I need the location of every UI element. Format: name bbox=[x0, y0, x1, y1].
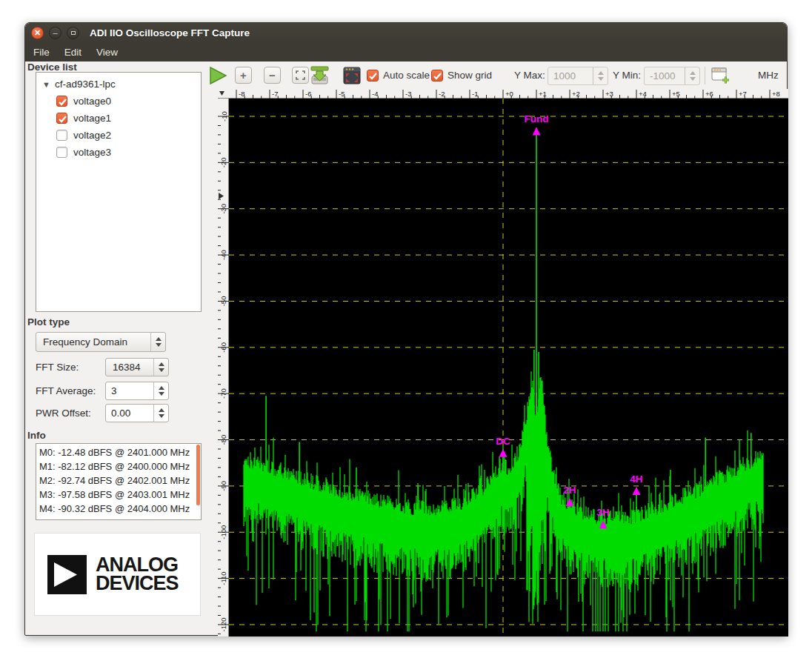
marker-label-3H: 3H bbox=[596, 507, 609, 518]
device-tree-root[interactable]: ▼ cf-ad9361-lpc bbox=[36, 76, 201, 93]
logo-line2: DEVICES bbox=[96, 574, 179, 593]
fft-average-label: FFT Average: bbox=[36, 385, 96, 396]
combo-arrows-icon[interactable] bbox=[150, 333, 165, 351]
auto-scale-label: Auto scale bbox=[383, 67, 430, 84]
svg-text:-2: -2 bbox=[439, 90, 445, 98]
marker-info-line: M4: -90.32 dBFS @ 2404.000 MHz bbox=[36, 502, 201, 516]
channel-row-voltage0[interactable]: voltage0 bbox=[36, 93, 201, 110]
app-window: ✕ – ADI IIO Oscilloscope FFT Capture Fil… bbox=[24, 22, 788, 636]
marker-info-line: M2: -92.74 dBFS @ 2402.001 MHz bbox=[36, 473, 201, 488]
marker-label-Fund: Fund bbox=[525, 113, 549, 124]
fft-average-spinner[interactable]: 3 bbox=[105, 382, 169, 400]
save-capture-button[interactable] bbox=[310, 66, 330, 85]
capture-play-button[interactable] bbox=[208, 66, 227, 85]
zoom-fit-button[interactable] bbox=[292, 67, 309, 84]
show-grid-checkbox[interactable]: Show grid bbox=[431, 67, 492, 84]
spin-arrows-icon[interactable] bbox=[153, 405, 168, 422]
plot-type-select[interactable]: Frequency Domain bbox=[36, 332, 166, 352]
svg-text:-4: -4 bbox=[372, 90, 378, 98]
svg-text:-40: -40 bbox=[220, 250, 228, 260]
svg-text:-80: -80 bbox=[220, 435, 228, 445]
svg-text:-8: -8 bbox=[239, 90, 244, 98]
show-grid-label: Show grid bbox=[447, 67, 492, 84]
marker-info-line: M1: -82.12 dBFS @ 2400.000 MHz bbox=[36, 459, 201, 473]
plot-toolbar: + − bbox=[207, 62, 788, 90]
spin-arrows-icon bbox=[685, 67, 699, 84]
minimize-icon[interactable]: – bbox=[49, 27, 61, 39]
window-title: ADI IIO Oscilloscope FFT Capture bbox=[90, 27, 250, 39]
svg-text:-5: -5 bbox=[339, 90, 345, 98]
svg-text:-1: -1 bbox=[472, 90, 478, 98]
device-list-label: Device list bbox=[27, 62, 77, 73]
y-min-value: -1000 bbox=[645, 70, 685, 82]
fft-size-select[interactable]: 16384 bbox=[105, 358, 169, 376]
channel-label: voltage1 bbox=[73, 113, 111, 124]
menu-view[interactable]: View bbox=[90, 44, 124, 60]
y-max-label: Y Max: bbox=[514, 67, 545, 84]
vertical-ruler: -10-20-30-40-50-60-70-80-90-100-110-120 bbox=[218, 99, 229, 637]
close-icon[interactable]: ✕ bbox=[31, 27, 44, 39]
svg-text:+5: +5 bbox=[672, 90, 680, 98]
svg-text:-100: -100 bbox=[220, 525, 228, 539]
zoom-fit-icon bbox=[296, 70, 305, 80]
scrollbar[interactable] bbox=[196, 445, 200, 505]
maximize-icon[interactable] bbox=[67, 27, 79, 39]
expander-icon[interactable]: ▼ bbox=[42, 80, 50, 89]
menu-file[interactable]: File bbox=[27, 44, 56, 60]
svg-text:+0: +0 bbox=[505, 90, 513, 98]
y-min-label: Y Min: bbox=[613, 67, 641, 84]
device-list[interactable]: ▼ cf-ad9361-lpc voltage0voltage1voltage2… bbox=[36, 72, 202, 312]
svg-text:-70: -70 bbox=[220, 388, 228, 399]
marker-info-line: M3: -97.58 dBFS @ 2403.001 MHz bbox=[36, 488, 201, 502]
menubar: File Edit View bbox=[25, 43, 787, 62]
channel-row-voltage2[interactable]: voltage2 bbox=[36, 127, 201, 144]
svg-text:-110: -110 bbox=[220, 571, 228, 585]
plot-type-value: Frequency Domain bbox=[36, 336, 150, 348]
fft-plot-canvas[interactable]: FundDC2H3H4H bbox=[229, 99, 788, 637]
y-max-spinner: 1000 bbox=[548, 67, 608, 85]
y-max-value: 1000 bbox=[548, 70, 593, 82]
marker-label-DC: DC bbox=[496, 436, 510, 447]
auto-scale-checkbox[interactable]: Auto scale bbox=[367, 67, 430, 84]
adi-triangle-icon bbox=[47, 555, 87, 594]
pwr-offset-spinner[interactable]: 0.00 bbox=[105, 404, 169, 422]
fullscreen-button[interactable] bbox=[343, 67, 361, 84]
svg-text:-10: -10 bbox=[220, 111, 228, 122]
menu-edit[interactable]: Edit bbox=[58, 44, 88, 60]
svg-text:-50: -50 bbox=[220, 296, 228, 307]
checkbox-unchecked-icon[interactable] bbox=[56, 130, 67, 141]
toolbar-separator bbox=[705, 67, 705, 84]
channel-row-voltage1[interactable]: voltage1 bbox=[36, 110, 201, 127]
svg-text:-3: -3 bbox=[405, 90, 411, 98]
svg-text:-30: -30 bbox=[220, 204, 228, 214]
channel-label: voltage0 bbox=[73, 96, 111, 107]
checkbox-checked-icon bbox=[367, 70, 379, 82]
svg-text:-20: -20 bbox=[220, 157, 228, 167]
info-label: Info bbox=[27, 430, 46, 441]
combo-arrows-icon[interactable] bbox=[153, 359, 168, 376]
marker-info-box[interactable]: M0: -12.48 dBFS @ 2401.000 MHzM1: -82.12… bbox=[36, 443, 202, 520]
checkbox-checked-icon[interactable] bbox=[56, 96, 67, 107]
pwr-offset-label: PWR Offset: bbox=[36, 408, 91, 419]
fft-size-value: 16384 bbox=[106, 362, 153, 373]
spin-arrows-icon bbox=[593, 67, 608, 84]
analog-devices-logo: ANALOG DEVICES bbox=[34, 533, 201, 616]
new-plot-button[interactable] bbox=[711, 67, 730, 84]
pwr-offset-value: 0.00 bbox=[106, 408, 153, 419]
marker-label-4H: 4H bbox=[630, 473, 642, 485]
svg-text:-90: -90 bbox=[220, 481, 228, 491]
sidebar: Device list ▼ cf-ad9361-lpc voltage0volt… bbox=[25, 62, 207, 635]
checkbox-unchecked-icon[interactable] bbox=[56, 147, 67, 158]
checkbox-checked-icon bbox=[431, 70, 443, 82]
titlebar[interactable]: ✕ – ADI IIO Oscilloscope FFT Capture bbox=[25, 23, 787, 43]
zoom-in-button[interactable]: + bbox=[235, 67, 252, 84]
channel-label: voltage2 bbox=[73, 130, 111, 141]
svg-text:+1: +1 bbox=[539, 90, 547, 98]
channel-row-voltage3[interactable]: voltage3 bbox=[36, 144, 201, 161]
fft-average-value: 3 bbox=[106, 385, 153, 396]
zoom-out-button[interactable]: − bbox=[264, 67, 281, 84]
svg-text:+7: +7 bbox=[739, 90, 747, 98]
spin-arrows-icon[interactable] bbox=[153, 382, 168, 399]
checkbox-checked-icon[interactable] bbox=[56, 113, 67, 124]
channel-label: voltage3 bbox=[73, 147, 111, 158]
